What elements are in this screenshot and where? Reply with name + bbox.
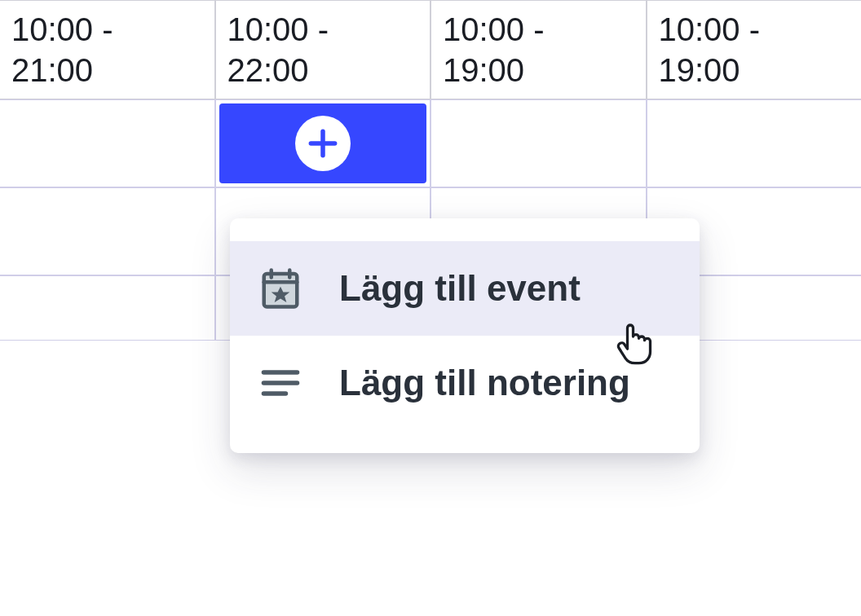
calendar-cell[interactable] (0, 99, 215, 187)
column-header: 10:00 - 19:00 (647, 0, 862, 99)
calendar-cell[interactable] (0, 275, 215, 341)
calendar-cell-active[interactable] (215, 99, 431, 187)
column-header-time: 10:00 - 19:00 (659, 11, 761, 88)
menu-item-label: Lägg till event (339, 268, 581, 309)
menu-item-add-event[interactable]: Lägg till event (230, 241, 700, 336)
calendar-header-row: 10:00 - 21:00 10:00 - 22:00 10:00 - 19:0… (0, 0, 861, 99)
column-header: 10:00 - 22:00 (215, 0, 431, 99)
context-menu: Lägg till event Lägg till notering (230, 218, 700, 453)
column-header-time: 10:00 - 19:00 (443, 11, 545, 88)
column-header: 10:00 - 21:00 (0, 0, 215, 99)
calendar-cell[interactable] (430, 99, 647, 187)
calendar-row (0, 99, 861, 187)
column-header-time: 10:00 - 21:00 (11, 11, 113, 88)
calendar-star-icon (258, 266, 303, 311)
calendar-cell[interactable] (0, 187, 215, 275)
calendar-cell[interactable] (647, 99, 862, 187)
pointer-cursor-icon (613, 319, 659, 365)
plus-icon (295, 116, 351, 171)
menu-item-label: Lägg till notering (339, 363, 630, 403)
column-header-time: 10:00 - 22:00 (227, 11, 329, 88)
column-header: 10:00 - 19:00 (430, 0, 647, 99)
notes-icon (258, 360, 303, 406)
add-event-chip[interactable] (219, 103, 427, 183)
